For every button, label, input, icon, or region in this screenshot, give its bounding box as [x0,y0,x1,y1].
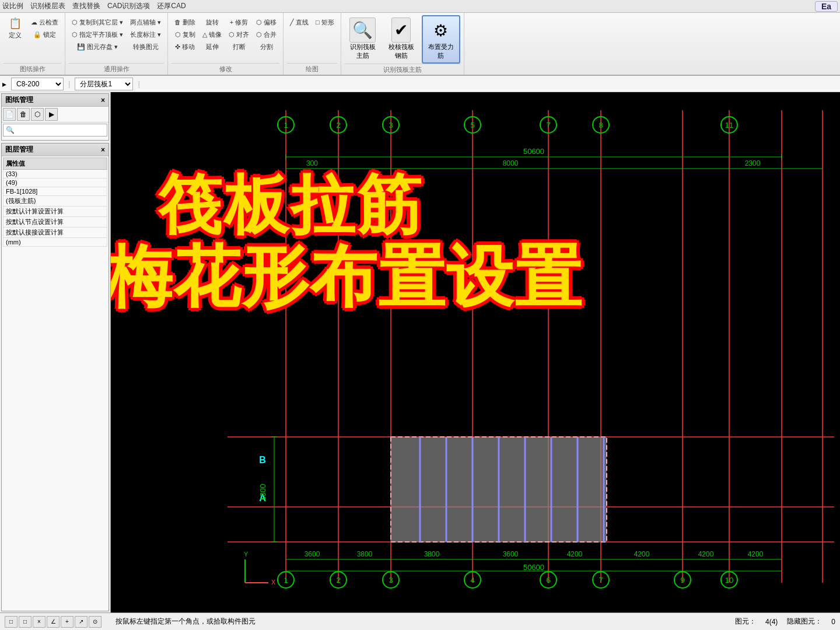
btn-lock[interactable]: 🔒 锁定 [28,29,61,40]
list-item[interactable]: (33) [4,170,107,178]
top-menu-bar: 设比例 识别楼层表 查找替换 CAD识别选项 还厚CAD Ea [0,0,840,13]
btn-length-mark[interactable]: 长度标注 ▾ [127,29,164,40]
ribbon-group-drawings-buttons: 📋 定义 ☁ 云检查 🔒 锁定 [4,15,61,63]
btn-align[interactable]: ⬡ 对齐 [226,29,252,40]
btn-rect[interactable]: □ 矩形 [313,16,337,28]
drawings-copy-btn[interactable]: ⬡ [31,108,44,121]
btn-mirror[interactable]: △ 镜像 [200,29,225,40]
svg-text:3800: 3800 [357,550,373,558]
identify-group-label: 识别筏板主筋 [345,64,460,75]
btn-extend[interactable]: 延伸 [200,41,225,52]
ribbon-group-general: ⬡ 复制到其它层 ▾ ⬡ 指定平齐顶板 ▾ 💾 图元存盘 ▾ 两点辅轴 [65,13,168,75]
list-item[interactable]: (筏板主筋) [4,196,107,206]
drawings-panel-title: 图纸管理 [5,95,33,105]
svg-text:4200: 4200 [698,550,714,558]
svg-text:11: 11 [725,121,733,130]
identify-main-icon: 🔍 [349,18,376,43]
drawings-delete-btn[interactable]: 🗑 [17,108,30,121]
drawings-search-input[interactable] [3,124,107,136]
layer-value: 按默认节点设置计算 [4,217,107,228]
lock-icon: 🔒 [33,31,41,38]
elements-value: 4(4) [765,618,778,626]
svg-text:10: 10 [725,576,733,584]
svg-text:4200: 4200 [567,550,583,558]
svg-text:2: 2 [336,576,340,584]
general-group-label: 通用操作 [69,63,164,75]
drawings-panel: 图纸管理 × 📄 🗑 ⬡ ▶ [1,93,109,141]
drawings-move-btn[interactable]: ▶ [45,108,58,121]
btn-split[interactable]: 分割 [253,41,279,52]
menu-item-scale[interactable]: 设比例 [2,1,23,11]
menu-item-floor[interactable]: 识别楼层表 [30,1,65,11]
btn-cloud-check[interactable]: ☁ 云检查 [28,16,61,28]
btn-verify-rebar[interactable]: ✔ 校核筏板钢筋 [383,15,419,64]
canvas-area[interactable]: 1 2 3 5 7 8 11 50600 [111,92,840,612]
cloud-icon: ☁ [31,19,37,26]
status-plus-btn[interactable]: + [61,616,74,628]
ribbon: 📋 定义 ☁ 云检查 🔒 锁定 图纸操作 ⬡ [0,13,840,76]
status-snap-cross-btn[interactable]: □ [19,616,32,628]
ribbon-identify-buttons: 🔍 识别筏板主筋 ✔ 校核筏板钢筋 ⚙ 布置受力筋 [345,15,460,64]
btn-place-rebar[interactable]: ⚙ 布置受力筋 [422,15,460,64]
btn-identify-main[interactable]: 🔍 识别筏板主筋 [345,15,381,64]
layers-panel-close-icon[interactable]: × [101,146,105,154]
btn-convert-element[interactable]: 转换图元 [127,41,164,52]
status-arrow-btn[interactable]: ↗ [75,616,88,628]
layers-panel: 图层管理 × 属性值 (33)(49)FB-1[1028](筏板主筋)按默认计算… [1,143,109,611]
svg-text:Y: Y [244,551,249,558]
list-item[interactable]: 按默认接接设置计算 [4,228,107,238]
ribbon-group-modify: 🗑 删除 ⬡ 复制 ✜ 移动 旋转 [168,13,284,75]
svg-text:9: 9 [680,576,684,584]
menu-item-replace[interactable]: 查找替换 [72,1,100,11]
secondary-toolbar: ▸ C8-200 | 分层筏板1 | [0,76,840,92]
status-angle-btn[interactable]: ∠ [47,616,60,628]
btn-two-point[interactable]: 两点辅轴 ▾ [127,16,164,28]
drawings-panel-toolbar: 📄 🗑 ⬡ ▶ [2,107,108,123]
btn-delete[interactable]: 🗑 删除 [172,16,198,28]
copy2-icon: ⬡ [175,31,181,38]
btn-line[interactable]: ╱ 直线 [287,16,312,28]
btn-move[interactable]: ✜ 移动 [172,41,198,52]
list-item[interactable]: 按默认节点设置计算 [4,217,107,228]
layers-table: 属性值 (33)(49)FB-1[1028](筏板主筋)按默认计算设置计算按默认… [3,158,107,247]
copy-icon: ⬡ [72,19,78,26]
btn-save-element[interactable]: 💾 图元存盘 ▾ [69,41,126,52]
btn-break[interactable]: 打断 [226,41,252,52]
btn-define[interactable]: 📋 定义 [4,15,27,41]
status-close-btn[interactable]: × [33,616,46,628]
btn-copy2[interactable]: ⬡ 复制 [172,29,198,40]
layer-value: 按默认计算设置计算 [4,206,107,217]
delete-icon: 🗑 [174,19,181,26]
rebar-size-select[interactable]: C8-200 [11,78,64,90]
layer-select[interactable]: 分层筏板1 [75,78,133,90]
svg-text:3600: 3600 [503,550,519,558]
svg-text:3600: 3600 [304,550,320,558]
left-panels: 图纸管理 × 📄 🗑 ⬡ ▶ 图层管理 × [0,92,111,612]
layers-panel-icons: × [101,146,105,154]
svg-text:3800: 3800 [424,550,440,558]
drawings-panel-close-icon[interactable]: × [101,96,105,104]
svg-text:8000: 8000 [503,159,519,167]
list-item[interactable]: 按默认计算设置计算 [4,206,107,217]
btn-copy-other[interactable]: ⬡ 复制到其它层 ▾ [69,16,126,28]
list-item[interactable]: (mm) [4,238,107,247]
list-item[interactable]: (49) [4,178,107,187]
ribbon-group-drawings: 📋 定义 ☁ 云检查 🔒 锁定 图纸操作 [0,13,65,75]
menu-item-cad[interactable]: CAD识别选项 [107,1,150,11]
menu-item-back[interactable]: 还厚CAD [157,1,186,11]
drawings-new-btn[interactable]: 📄 [3,108,16,121]
status-bar-btns: □ □ × ∠ + ↗ ⊙ [5,616,102,628]
list-item[interactable]: FB-1[1028] [4,187,107,196]
status-snap-btn[interactable]: □ [5,616,18,628]
mirror-icon: △ [202,31,207,38]
btn-trim[interactable]: + 修剪 [226,16,252,28]
modify-group-label: 修改 [172,63,279,75]
btn-merge[interactable]: ⬡ 合并 [253,29,279,40]
draw-group-label: 绘图 [287,63,337,75]
btn-rotate[interactable]: 旋转 [200,16,225,28]
svg-text:4200: 4200 [748,550,764,558]
btn-specify-top[interactable]: ⬡ 指定平齐顶板 ▾ [69,29,126,40]
btn-offset[interactable]: ⬡ 偏移 [253,16,279,28]
status-circle-btn[interactable]: ⊙ [89,616,102,628]
define-icon: 📋 [9,17,22,30]
